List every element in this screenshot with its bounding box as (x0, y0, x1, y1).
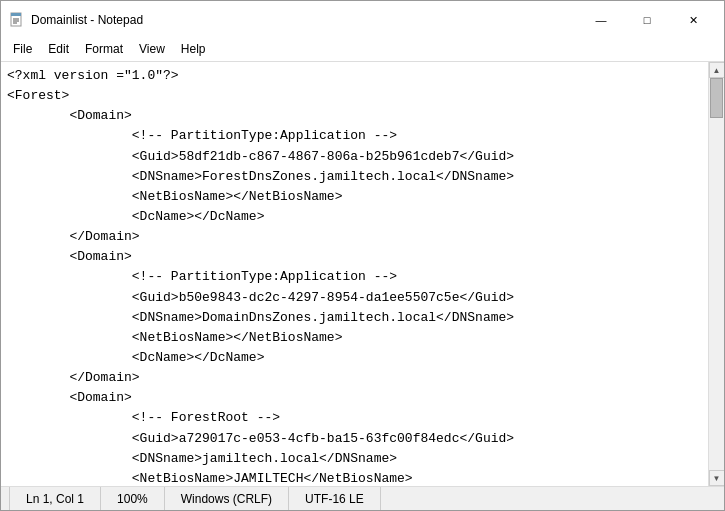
status-bar: Ln 1, Col 1 100% Windows (CRLF) UTF-16 L… (1, 486, 724, 510)
menu-bar: File Edit Format View Help (1, 37, 724, 62)
encoding: UTF-16 LE (289, 487, 381, 510)
vertical-scrollbar[interactable]: ▲ ▼ (708, 62, 724, 486)
menu-view[interactable]: View (131, 39, 173, 59)
title-bar-left: Domainlist - Notepad (9, 12, 143, 28)
scroll-down-arrow[interactable]: ▼ (709, 470, 725, 486)
svg-rect-1 (11, 13, 21, 16)
scroll-track[interactable] (709, 78, 724, 470)
menu-edit[interactable]: Edit (40, 39, 77, 59)
title-controls: — □ ✕ (578, 7, 716, 33)
title-bar: Domainlist - Notepad — □ ✕ (1, 1, 724, 37)
cursor-position: Ln 1, Col 1 (9, 487, 101, 510)
zoom-level: 100% (101, 487, 165, 510)
minimize-button[interactable]: — (578, 7, 624, 33)
close-button[interactable]: ✕ (670, 7, 716, 33)
menu-help[interactable]: Help (173, 39, 214, 59)
menu-format[interactable]: Format (77, 39, 131, 59)
editor-area: <?xml version ="1.0"?> <Forest> <Domain>… (1, 62, 724, 486)
editor-content[interactable]: <?xml version ="1.0"?> <Forest> <Domain>… (1, 62, 708, 486)
line-ending: Windows (CRLF) (165, 487, 289, 510)
scroll-up-arrow[interactable]: ▲ (709, 62, 725, 78)
window-title: Domainlist - Notepad (31, 13, 143, 27)
notepad-icon (9, 12, 25, 28)
maximize-button[interactable]: □ (624, 7, 670, 33)
scroll-thumb[interactable] (710, 78, 723, 118)
notepad-window: Domainlist - Notepad — □ ✕ File Edit For… (0, 0, 725, 511)
menu-file[interactable]: File (5, 39, 40, 59)
